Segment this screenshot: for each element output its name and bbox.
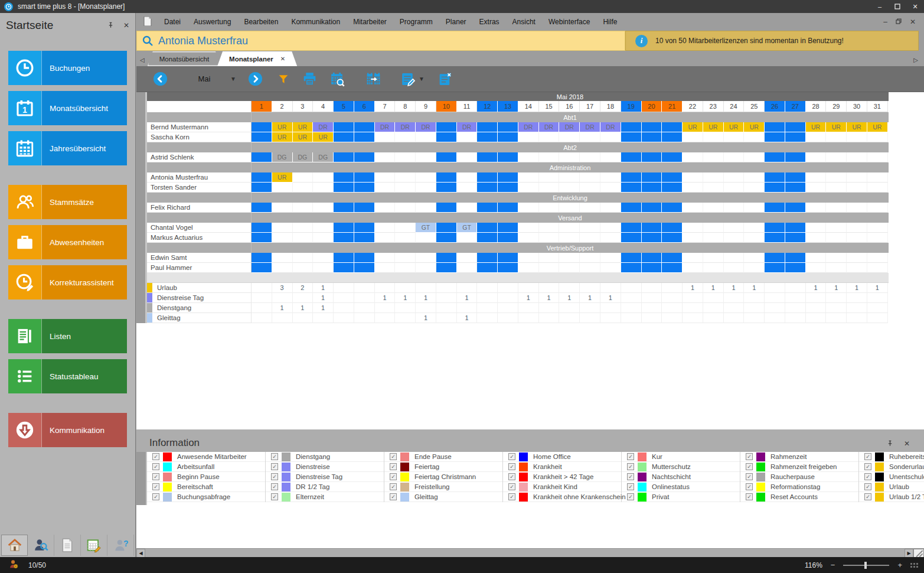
planner-cell[interactable]: [477, 263, 498, 273]
planner-cell[interactable]: [683, 233, 703, 243]
planner-cell[interactable]: [334, 132, 354, 142]
planner-cell[interactable]: [375, 233, 396, 243]
day-header-9[interactable]: 9: [416, 101, 436, 112]
day-header-31[interactable]: 31: [867, 101, 888, 112]
legend-checkbox[interactable]: ✓: [864, 453, 871, 460]
planner-cell[interactable]: [559, 152, 580, 162]
planner-cell[interactable]: UR: [313, 132, 334, 142]
planner-cell[interactable]: [354, 122, 375, 132]
planner-cell[interactable]: [724, 203, 745, 213]
day-header-1[interactable]: 1: [252, 101, 272, 112]
legend-checkbox[interactable]: ✓: [746, 463, 753, 470]
planner-cell[interactable]: [416, 172, 436, 183]
planner-cell[interactable]: [621, 233, 642, 243]
day-header-2[interactable]: 2: [272, 101, 293, 112]
footer-tab-calendar-edit-icon[interactable]: [81, 535, 107, 556]
legend-checkbox[interactable]: ✓: [627, 483, 634, 490]
planner-cell[interactable]: [826, 253, 847, 263]
planner-cell[interactable]: [416, 183, 436, 193]
planner-cell[interactable]: [559, 233, 580, 243]
planner-cell[interactable]: [457, 183, 478, 193]
planner-cell[interactable]: [826, 263, 847, 273]
day-header-6[interactable]: 6: [354, 101, 375, 112]
planner-cell[interactable]: [559, 253, 580, 263]
menu-kommunikation[interactable]: Kommunikation: [285, 15, 347, 28]
planner-cell[interactable]: [867, 132, 888, 142]
planner-cell[interactable]: [416, 233, 436, 243]
planner-cell[interactable]: [580, 172, 600, 183]
planner-cell[interactable]: [477, 122, 498, 132]
planner-cell[interactable]: [785, 253, 806, 263]
planner-cell[interactable]: [642, 183, 662, 193]
planner-cell[interactable]: [252, 223, 272, 233]
planner-cell[interactable]: [765, 172, 785, 183]
planner-cell[interactable]: [272, 263, 293, 273]
day-header-14[interactable]: 14: [518, 101, 539, 112]
child-minimize-icon[interactable]: –: [883, 18, 887, 26]
calendar-search-icon[interactable]: [329, 71, 345, 87]
child-close-icon[interactable]: ✕: [910, 18, 916, 26]
planner-cell[interactable]: [847, 223, 867, 233]
filter-icon[interactable]: [277, 73, 290, 86]
legend-checkbox[interactable]: ✓: [152, 493, 159, 500]
planner-cell[interactable]: [621, 253, 642, 263]
menu-webinterface[interactable]: Webinterface: [542, 15, 596, 28]
planner-cell[interactable]: [724, 253, 745, 263]
planner-cell[interactable]: [354, 172, 375, 183]
sidebar-button-stammsätze[interactable]: Stammsätze: [8, 185, 127, 219]
planner-cell[interactable]: [477, 172, 498, 183]
planner-cell[interactable]: [272, 183, 293, 193]
window-maximize-button[interactable]: [889, 0, 906, 13]
window-minimize-button[interactable]: –: [871, 0, 889, 13]
planner-cell[interactable]: [498, 253, 518, 263]
legend-checkbox[interactable]: ✓: [508, 483, 515, 490]
planner-cell[interactable]: [580, 253, 600, 263]
planner-cell[interactable]: [806, 183, 827, 193]
planner-cell[interactable]: [847, 152, 867, 162]
planner-cell[interactable]: [436, 253, 457, 263]
planner-cell[interactable]: UR: [867, 122, 888, 132]
planner-cell[interactable]: [416, 203, 436, 213]
menu-ansicht[interactable]: Ansicht: [506, 15, 542, 28]
planner-cell[interactable]: [621, 152, 642, 162]
document-icon[interactable]: [143, 17, 152, 28]
day-header-29[interactable]: 29: [826, 101, 847, 112]
legend-checkbox[interactable]: ✓: [627, 493, 634, 500]
planner-cell[interactable]: [395, 263, 416, 273]
planner-cell[interactable]: [252, 122, 272, 132]
planner-cell[interactable]: [642, 223, 662, 233]
planner-cell[interactable]: [375, 223, 396, 233]
planner-cell[interactable]: [724, 263, 745, 273]
planner-cell[interactable]: [580, 183, 600, 193]
information-pin-icon[interactable]: [887, 438, 893, 449]
planner-cell[interactable]: [559, 203, 580, 213]
planner-cell[interactable]: [498, 122, 518, 132]
footer-tab-help-icon[interactable]: ?: [107, 535, 134, 556]
planner-cell[interactable]: [600, 152, 621, 162]
legend-checkbox[interactable]: ✓: [271, 473, 278, 480]
planner-cell[interactable]: [642, 253, 662, 263]
planner-cell[interactable]: [744, 183, 765, 193]
planner-cell[interactable]: [724, 183, 745, 193]
planner-cell[interactable]: [785, 132, 806, 142]
planner-cell[interactable]: [293, 233, 314, 243]
planner-cell[interactable]: [518, 263, 539, 273]
planner-cell[interactable]: [765, 203, 785, 213]
planner-cell[interactable]: [272, 203, 293, 213]
planner-cell[interactable]: [539, 253, 560, 263]
planner-cell[interactable]: UR: [293, 132, 314, 142]
planner-cell[interactable]: [703, 152, 724, 162]
planner-cell[interactable]: [416, 132, 436, 142]
planner-cell[interactable]: [703, 183, 724, 193]
legend-checkbox[interactable]: ✓: [864, 493, 871, 500]
planner-cell[interactable]: [354, 223, 375, 233]
note-edit-icon[interactable]: [400, 71, 416, 87]
day-header-26[interactable]: 26: [765, 101, 785, 112]
planner-cell[interactable]: [395, 183, 416, 193]
planner-cell[interactable]: [395, 233, 416, 243]
planner-cell[interactable]: [765, 263, 785, 273]
planner-cell[interactable]: [354, 152, 375, 162]
planner-cell[interactable]: [847, 172, 867, 183]
planner-cell[interactable]: [252, 203, 272, 213]
planner-cell[interactable]: UR: [703, 122, 724, 132]
